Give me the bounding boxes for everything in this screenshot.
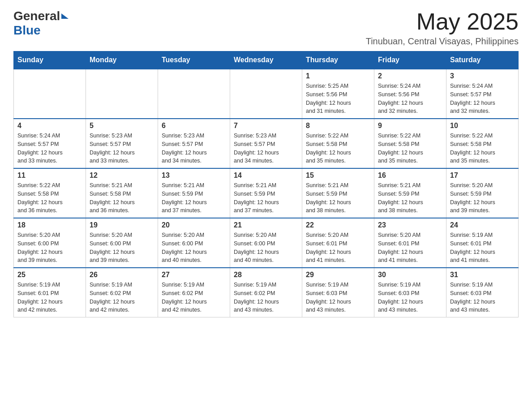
day-number: 1	[306, 72, 370, 80]
calendar-day-header: Tuesday	[158, 51, 230, 69]
day-number: 24	[450, 221, 515, 229]
day-number: 29	[306, 271, 370, 279]
day-info: Sunrise: 5:19 AMSunset: 6:01 PMDaylight:…	[17, 281, 82, 314]
day-info: Sunrise: 5:19 AMSunset: 6:03 PMDaylight:…	[378, 281, 442, 314]
calendar-day-cell: 25Sunrise: 5:19 AMSunset: 6:01 PMDayligh…	[14, 268, 86, 317]
day-info: Sunrise: 5:21 AMSunset: 5:59 PMDaylight:…	[306, 181, 370, 215]
calendar-day-cell	[86, 69, 158, 119]
day-number: 10	[450, 122, 515, 130]
day-number: 30	[378, 271, 442, 279]
day-info: Sunrise: 5:19 AMSunset: 6:02 PMDaylight:…	[90, 281, 154, 314]
day-number: 22	[306, 221, 370, 229]
day-number: 2	[378, 72, 442, 80]
logo: General Blue	[13, 9, 69, 38]
calendar-day-header: Monday	[86, 51, 158, 69]
day-number: 8	[306, 122, 370, 130]
day-number: 19	[90, 221, 154, 229]
calendar-day-cell: 8Sunrise: 5:22 AMSunset: 5:58 PMDaylight…	[302, 119, 374, 168]
day-number: 6	[162, 122, 226, 130]
calendar-day-cell: 24Sunrise: 5:19 AMSunset: 6:01 PMDayligh…	[446, 218, 519, 268]
calendar-body: 1Sunrise: 5:25 AMSunset: 5:56 PMDaylight…	[14, 69, 519, 317]
day-info: Sunrise: 5:24 AMSunset: 5:56 PMDaylight:…	[378, 82, 442, 116]
logo-blue-text: Blue	[13, 23, 41, 38]
calendar-day-header: Sunday	[14, 51, 86, 69]
calendar-day-cell: 29Sunrise: 5:19 AMSunset: 6:03 PMDayligh…	[302, 268, 374, 317]
calendar-day-cell: 12Sunrise: 5:21 AMSunset: 5:58 PMDayligh…	[86, 168, 158, 218]
calendar-day-cell: 17Sunrise: 5:20 AMSunset: 5:59 PMDayligh…	[446, 168, 519, 218]
calendar-day-cell: 7Sunrise: 5:23 AMSunset: 5:57 PMDaylight…	[230, 119, 302, 168]
calendar-day-cell: 31Sunrise: 5:19 AMSunset: 6:03 PMDayligh…	[446, 268, 519, 317]
calendar-day-header: Thursday	[302, 51, 374, 69]
day-number: 4	[17, 122, 82, 130]
day-info: Sunrise: 5:19 AMSunset: 6:01 PMDaylight:…	[450, 231, 515, 265]
day-number: 13	[162, 171, 226, 180]
day-info: Sunrise: 5:22 AMSunset: 5:58 PMDaylight:…	[17, 181, 82, 215]
calendar-day-cell: 6Sunrise: 5:23 AMSunset: 5:57 PMDaylight…	[158, 119, 230, 168]
calendar-day-cell: 9Sunrise: 5:22 AMSunset: 5:58 PMDaylight…	[374, 119, 446, 168]
day-number: 23	[378, 221, 442, 229]
calendar-day-cell: 11Sunrise: 5:22 AMSunset: 5:58 PMDayligh…	[14, 168, 86, 218]
day-info: Sunrise: 5:20 AMSunset: 6:00 PMDaylight:…	[90, 231, 154, 265]
day-info: Sunrise: 5:23 AMSunset: 5:57 PMDaylight:…	[234, 132, 298, 165]
calendar-day-cell: 14Sunrise: 5:21 AMSunset: 5:59 PMDayligh…	[230, 168, 302, 218]
day-info: Sunrise: 5:24 AMSunset: 5:57 PMDaylight:…	[17, 132, 82, 165]
day-number: 14	[234, 171, 298, 180]
location-subtitle: Tinubuan, Central Visayas, Philippines	[366, 36, 519, 47]
day-info: Sunrise: 5:19 AMSunset: 6:02 PMDaylight:…	[162, 281, 226, 314]
calendar-day-cell: 22Sunrise: 5:20 AMSunset: 6:01 PMDayligh…	[302, 218, 374, 268]
day-number: 3	[450, 72, 515, 80]
day-info: Sunrise: 5:20 AMSunset: 6:01 PMDaylight:…	[306, 231, 370, 265]
day-info: Sunrise: 5:19 AMSunset: 6:03 PMDaylight:…	[306, 281, 370, 314]
day-info: Sunrise: 5:23 AMSunset: 5:57 PMDaylight:…	[162, 132, 226, 165]
month-title: May 2025	[366, 9, 519, 34]
day-number: 16	[378, 171, 442, 180]
calendar-day-cell	[230, 69, 302, 119]
day-info: Sunrise: 5:22 AMSunset: 5:58 PMDaylight:…	[306, 132, 370, 165]
day-info: Sunrise: 5:21 AMSunset: 5:58 PMDaylight:…	[90, 181, 154, 215]
day-number: 26	[90, 271, 154, 279]
day-number: 21	[234, 221, 298, 229]
title-block: May 2025 Tinubuan, Central Visayas, Phil…	[366, 9, 519, 47]
calendar-day-cell: 2Sunrise: 5:24 AMSunset: 5:56 PMDaylight…	[374, 69, 446, 119]
day-number: 15	[306, 171, 370, 180]
day-info: Sunrise: 5:24 AMSunset: 5:57 PMDaylight:…	[450, 82, 515, 116]
calendar-week-row: 1Sunrise: 5:25 AMSunset: 5:56 PMDaylight…	[14, 69, 519, 119]
day-info: Sunrise: 5:20 AMSunset: 6:00 PMDaylight:…	[162, 231, 226, 265]
calendar-header: SundayMondayTuesdayWednesdayThursdayFrid…	[14, 51, 519, 69]
calendar-day-cell: 5Sunrise: 5:23 AMSunset: 5:57 PMDaylight…	[86, 119, 158, 168]
day-info: Sunrise: 5:20 AMSunset: 6:01 PMDaylight:…	[378, 231, 442, 265]
day-number: 5	[90, 122, 154, 130]
calendar-day-cell: 4Sunrise: 5:24 AMSunset: 5:57 PMDaylight…	[14, 119, 86, 168]
day-info: Sunrise: 5:21 AMSunset: 5:59 PMDaylight:…	[378, 181, 442, 215]
day-number: 17	[450, 171, 515, 180]
day-info: Sunrise: 5:20 AMSunset: 6:00 PMDaylight:…	[234, 231, 298, 265]
logo-triangle-icon	[61, 13, 69, 19]
day-number: 20	[162, 221, 226, 229]
calendar-day-cell: 30Sunrise: 5:19 AMSunset: 6:03 PMDayligh…	[374, 268, 446, 317]
day-number: 12	[90, 171, 154, 180]
day-info: Sunrise: 5:21 AMSunset: 5:59 PMDaylight:…	[234, 181, 298, 215]
calendar-day-header: Wednesday	[230, 51, 302, 69]
calendar-day-header: Saturday	[446, 51, 519, 69]
day-number: 25	[17, 271, 82, 279]
day-number: 28	[234, 271, 298, 279]
calendar-day-cell: 19Sunrise: 5:20 AMSunset: 6:00 PMDayligh…	[86, 218, 158, 268]
day-info: Sunrise: 5:20 AMSunset: 5:59 PMDaylight:…	[450, 181, 515, 215]
calendar-day-cell: 26Sunrise: 5:19 AMSunset: 6:02 PMDayligh…	[86, 268, 158, 317]
calendar-day-cell: 1Sunrise: 5:25 AMSunset: 5:56 PMDaylight…	[302, 69, 374, 119]
calendar-day-cell	[14, 69, 86, 119]
calendar-day-cell: 27Sunrise: 5:19 AMSunset: 6:02 PMDayligh…	[158, 268, 230, 317]
day-number: 9	[378, 122, 442, 130]
calendar-table: SundayMondayTuesdayWednesdayThursdayFrid…	[13, 51, 519, 317]
day-info: Sunrise: 5:23 AMSunset: 5:57 PMDaylight:…	[90, 132, 154, 165]
calendar-week-row: 11Sunrise: 5:22 AMSunset: 5:58 PMDayligh…	[14, 168, 519, 218]
calendar-day-cell: 3Sunrise: 5:24 AMSunset: 5:57 PMDaylight…	[446, 69, 519, 119]
day-info: Sunrise: 5:19 AMSunset: 6:02 PMDaylight:…	[234, 281, 298, 314]
calendar-day-cell: 10Sunrise: 5:22 AMSunset: 5:58 PMDayligh…	[446, 119, 519, 168]
page-header: General Blue May 2025 Tinubuan, Central …	[13, 9, 519, 47]
calendar-day-cell: 16Sunrise: 5:21 AMSunset: 5:59 PMDayligh…	[374, 168, 446, 218]
day-number: 31	[450, 271, 515, 279]
calendar-day-cell: 18Sunrise: 5:20 AMSunset: 6:00 PMDayligh…	[14, 218, 86, 268]
day-info: Sunrise: 5:19 AMSunset: 6:03 PMDaylight:…	[450, 281, 515, 314]
day-info: Sunrise: 5:22 AMSunset: 5:58 PMDaylight:…	[450, 132, 515, 165]
